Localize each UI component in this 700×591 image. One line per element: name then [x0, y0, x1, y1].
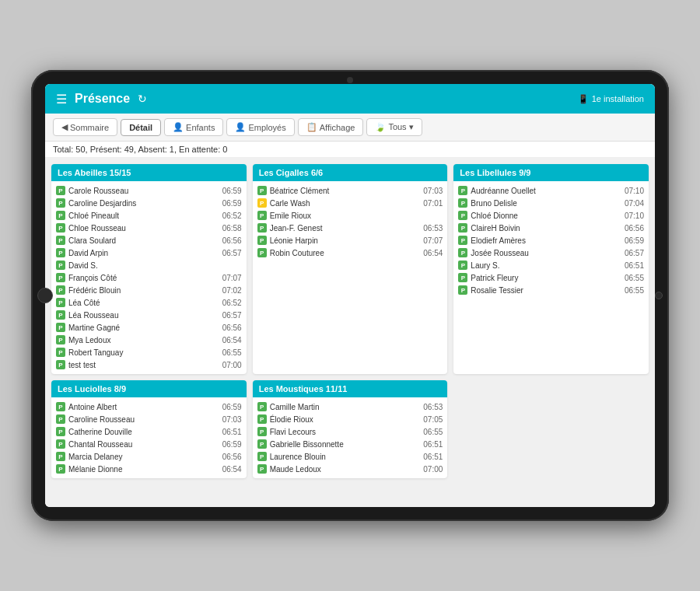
- table-row: PMya Ledoux06:54: [56, 334, 242, 346]
- person-badge: P: [56, 335, 65, 344]
- person-name: Robin Couturee: [270, 249, 421, 257]
- person-name: Frédéric Blouin: [68, 286, 219, 295]
- group-card-1: Les Cigalles 6/6PBéatrice Clément07:03PC…: [253, 164, 448, 374]
- table-row: PRobin Couturee06:54: [257, 247, 443, 259]
- person-badge: P: [257, 439, 267, 449]
- table-row: PCaroline Desjardins06:59: [56, 197, 242, 209]
- nav-tabs: ◀ Sommaire Détail 👤 Enfants 👤 Employés 📋…: [45, 114, 655, 142]
- table-row: PCamille Martin06:53: [257, 400, 443, 413]
- person-name: Robert Tanguay: [68, 348, 219, 357]
- person-badge: P: [257, 414, 267, 424]
- groups-grid: Les Abeilles 15/15PCarole Rousseau06:59P…: [51, 164, 649, 478]
- tab-affichage[interactable]: 📋 Affichage: [298, 118, 364, 136]
- person-time: 06:53: [423, 224, 443, 233]
- table-row: PFrédéric Blouin07:02: [56, 284, 242, 296]
- person-badge: P: [56, 414, 65, 424]
- table-row: PCatherine Douville06:51: [56, 425, 242, 438]
- person-name: Audréanne Ouellet: [471, 187, 621, 195]
- person-name: Léa Rousseau: [68, 311, 219, 320]
- person-badge: P: [56, 198, 65, 208]
- group-header-0: Les Abeilles 15/15: [51, 164, 247, 181]
- person-name: Mya Ledoux: [68, 336, 219, 344]
- table-row: PÉlodie Rioux07:05: [257, 413, 443, 425]
- person-time: 06:51: [625, 261, 644, 270]
- person-badge: P: [458, 273, 467, 282]
- person-time: 06:56: [222, 323, 242, 332]
- refresh-icon[interactable]: ↻: [138, 93, 147, 105]
- person-time: 06:53: [423, 403, 443, 411]
- person-badge: P: [56, 360, 65, 369]
- person-badge: P: [257, 248, 267, 257]
- person-name: Catherine Douville: [68, 428, 219, 436]
- person-badge: P: [56, 310, 65, 320]
- person-badge: P: [56, 273, 65, 282]
- table-row: PJosée Rousseau06:57: [458, 247, 644, 259]
- person-name: Mélanie Dionne: [68, 465, 219, 474]
- table-row: PMarcia Delaney06:56: [56, 450, 242, 463]
- person-name: Chloé Pineault: [68, 212, 219, 220]
- person-badge: P: [257, 186, 267, 195]
- tab-employes[interactable]: 👤 Employés: [226, 118, 294, 136]
- group-header-1: Les Cigalles 6/6: [253, 164, 448, 181]
- person-name: David Arpin: [68, 249, 219, 257]
- tablet-home-button[interactable]: [37, 288, 53, 303]
- tablet-side-button[interactable]: [655, 292, 663, 299]
- person-time: 07:10: [625, 187, 644, 195]
- person-name: Laurence Blouin: [270, 453, 421, 461]
- person-time: 07:01: [423, 199, 443, 208]
- back-icon: ◀: [61, 122, 68, 132]
- stats-bar: Total: 50, Présent: 49, Absent: 1, En at…: [45, 142, 655, 158]
- person-badge: P: [56, 348, 65, 357]
- person-badge: P: [257, 223, 267, 233]
- person-name: Élodie Rioux: [270, 415, 421, 424]
- person-time: 06:56: [222, 236, 242, 245]
- group-body-0: PCarole Rousseau06:59PCaroline Desjardin…: [51, 181, 247, 374]
- person-time: 06:55: [222, 348, 242, 357]
- tab-enfants[interactable]: 👤 Enfants: [164, 118, 223, 136]
- person-time: 07:07: [222, 274, 242, 282]
- person-name: Carle Wash: [270, 199, 421, 208]
- person-badge: P: [257, 211, 267, 220]
- table-row: PMartine Gagné06:56: [56, 321, 242, 334]
- table-row: PAntoine Albert06:59: [56, 400, 242, 413]
- tab-tous[interactable]: 🍃 Tous ▾: [366, 118, 422, 136]
- person-badge: P: [458, 223, 467, 233]
- person-time: 06:51: [423, 440, 443, 449]
- employee-icon: 👤: [235, 122, 246, 132]
- person-time: 06:59: [222, 199, 242, 208]
- person-badge: P: [458, 261, 467, 270]
- table-row: PDavid Arpin06:57: [56, 247, 242, 259]
- table-row: PChantal Rousseau06:59: [56, 438, 242, 450]
- person-badge: P: [56, 402, 65, 411]
- table-row: PLéa Côté06:52: [56, 296, 242, 309]
- install-icon: 📱: [578, 94, 589, 104]
- leaf-icon: 🍃: [375, 122, 386, 132]
- person-time: 07:07: [423, 236, 443, 245]
- table-row: PCarle Wash07:01: [257, 197, 443, 209]
- person-badge: P: [458, 198, 467, 208]
- tab-detail[interactable]: Détail: [121, 119, 161, 136]
- table-row: PChloé Dionne07:10: [458, 209, 644, 222]
- person-name: Emile Rioux: [270, 212, 440, 220]
- person-time: 06:56: [625, 224, 644, 233]
- person-time: 06:59: [222, 187, 242, 195]
- person-name: Maude Ledoux: [270, 465, 421, 474]
- person-time: 06:55: [625, 274, 644, 282]
- person-name: Flavi Lecours: [270, 428, 421, 436]
- table-row: PMélanie Dionne06:54: [56, 463, 242, 475]
- person-badge: P: [257, 402, 267, 411]
- person-name: Elodiefr Amères: [471, 236, 621, 245]
- table-row: PFrançois Côté07:07: [56, 271, 242, 284]
- app-header: ☰ Présence ↻ 📱 1e installation: [45, 84, 655, 114]
- table-row: PMaude Ledoux07:00: [257, 463, 443, 475]
- person-name: Josée Rousseau: [471, 249, 621, 257]
- person-badge: P: [458, 236, 467, 245]
- menu-icon[interactable]: ☰: [56, 92, 67, 107]
- person-name: Chantal Rousseau: [68, 440, 219, 449]
- person-time: 06:54: [222, 465, 242, 474]
- tablet-camera: [347, 77, 353, 83]
- tab-sommaire[interactable]: ◀ Sommaire: [53, 118, 117, 136]
- table-row: PDavid S.: [56, 259, 242, 271]
- person-name: Léonie Harpin: [270, 236, 421, 245]
- person-time: 06:58: [222, 224, 242, 233]
